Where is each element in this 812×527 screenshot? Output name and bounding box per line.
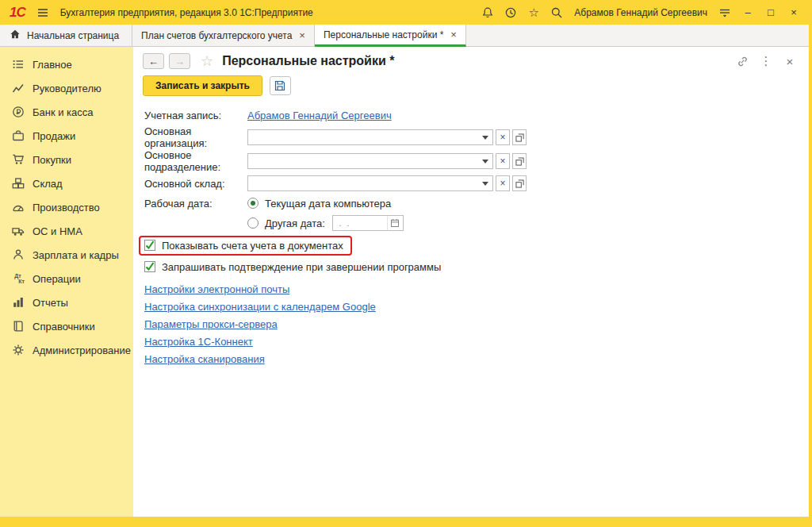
confirm-exit-checkbox-label: Запрашивать подтверждение при завершении…: [162, 261, 441, 273]
annotation-highlight-box: Показывать счета учета в документах: [139, 236, 352, 256]
current-date-radio-label: Текущая дата компьютера: [265, 198, 391, 210]
close-window-button[interactable]: ×: [785, 6, 802, 18]
search-icon[interactable]: [548, 4, 565, 21]
main-area: Главное Руководителю Банк и касса Продаж…: [0, 47, 809, 517]
save-button[interactable]: [270, 76, 291, 95]
notifications-bell-icon[interactable]: [479, 4, 496, 21]
other-date-radio[interactable]: [247, 217, 259, 229]
book-icon: [11, 320, 25, 333]
collapse-panels-icon[interactable]: [716, 4, 733, 21]
department-label: Основное подразделение:: [144, 149, 247, 173]
sidebar-item-main[interactable]: Главное: [0, 52, 133, 76]
sidebar-item-fixed-assets[interactable]: ОС и НМА: [0, 219, 133, 243]
warehouse-dropdown-icon[interactable]: [478, 176, 492, 190]
tab-close-icon[interactable]: ×: [450, 29, 457, 40]
settings-form: Учетная запись: Абрамов Геннадий Сергеев…: [133, 103, 809, 367]
working-date-label: Рабочая дата:: [144, 198, 247, 210]
sidebar-item-reports[interactable]: Отчеты: [0, 290, 133, 314]
sidebar-item-label: Зарплата и кадры: [33, 249, 119, 261]
coin-ruble-icon: [11, 106, 25, 119]
minimize-button[interactable]: –: [739, 6, 756, 18]
sidebar-item-purchases[interactable]: Покупки: [0, 148, 133, 171]
user-menu[interactable]: Абрамов Геннадий Сергеевич: [574, 7, 707, 18]
sidebar-item-label: Отчеты: [33, 297, 68, 309]
warehouse-clear-button[interactable]: ×: [496, 175, 510, 191]
link-email-settings[interactable]: Настройки электронной почты: [144, 283, 289, 295]
link-google-calendar-sync[interactable]: Настройка синхронизации с календарем Goo…: [144, 301, 376, 313]
tab-home[interactable]: Начальная страница: [0, 25, 132, 46]
favorites-star-icon[interactable]: ☆: [525, 4, 542, 21]
gauge-icon: [11, 201, 25, 214]
department-input[interactable]: [248, 155, 478, 167]
other-date-input[interactable]: [333, 217, 387, 229]
current-date-radio[interactable]: [247, 198, 259, 209]
account-link[interactable]: Абрамов Геннадий Сергеевич: [247, 110, 392, 121]
organization-combo: ×: [247, 129, 527, 145]
sidebar-item-bank-cash[interactable]: Банк и касса: [0, 100, 133, 124]
confirm-exit-row: Запрашивать подтверждение при завершении…: [144, 257, 809, 276]
sidebar-item-manager[interactable]: Руководителю: [0, 76, 133, 100]
favorite-star-icon[interactable]: ☆: [201, 54, 213, 68]
tab-personal-settings[interactable]: Персональные настройки * ×: [315, 25, 466, 47]
sidebar-item-label: Банк и касса: [33, 106, 94, 118]
home-tab-label: Начальная страница: [27, 30, 119, 41]
more-menu-icon[interactable]: ⋮: [756, 53, 776, 69]
close-form-icon[interactable]: ×: [780, 53, 799, 69]
debit-credit-icon: ДтКт: [11, 272, 25, 286]
sidebar-item-sales[interactable]: Продажи: [0, 124, 133, 148]
account-label: Учетная запись:: [144, 110, 247, 121]
list-icon: [11, 58, 25, 71]
confirm-exit-checkbox[interactable]: [144, 261, 155, 272]
app-title: Бухгалтерия предприятия, редакция 3.0 1С…: [60, 7, 313, 18]
sidebar-item-warehouse[interactable]: Склад: [0, 171, 133, 195]
show-accounts-row: Показывать счета учета в документах: [144, 233, 809, 257]
organization-label: Основная организация:: [144, 125, 247, 149]
sidebar-item-administration[interactable]: Администрирование: [0, 338, 133, 362]
sidebar-item-label: Руководителю: [33, 83, 102, 94]
other-date-radio-label: Другая дата:: [265, 217, 325, 229]
tab-label: Персональные настройки *: [324, 29, 443, 40]
warehouse-combo: ×: [247, 175, 527, 191]
link-scan-settings[interactable]: Настройка сканирования: [144, 353, 265, 365]
show-accounts-checkbox[interactable]: [144, 240, 155, 251]
sidebar-item-label: Покупки: [33, 154, 71, 166]
sidebar-item-directories[interactable]: Справочники: [0, 314, 133, 338]
tab-chart-of-accounts[interactable]: План счетов бухгалтерского учета ×: [132, 25, 315, 46]
other-date-field: [332, 215, 404, 231]
calendar-icon[interactable]: [387, 216, 403, 230]
department-clear-button[interactable]: ×: [496, 153, 510, 169]
briefcase-icon: [11, 129, 25, 143]
department-dropdown-icon[interactable]: [478, 154, 492, 168]
warehouse-open-button[interactable]: [512, 175, 527, 191]
save-and-close-button[interactable]: Записать и закрыть: [143, 75, 262, 96]
form-personal-settings: ← → ☆ Персональные настройки * ⋮ × Запис…: [133, 47, 809, 517]
cart-icon: [11, 153, 25, 167]
app-window: 1С Бухгалтерия предприятия, редакция 3.0…: [0, 0, 812, 527]
main-menu-icon[interactable]: [34, 4, 52, 21]
organization-open-button[interactable]: [512, 129, 527, 145]
forward-button[interactable]: →: [169, 53, 190, 69]
department-combo: ×: [247, 153, 527, 169]
organization-clear-button[interactable]: ×: [496, 129, 510, 145]
sidebar-item-label: ОС и НМА: [33, 225, 82, 237]
organization-dropdown-icon[interactable]: [478, 130, 492, 144]
warehouse-input[interactable]: [248, 177, 478, 190]
bar-chart-icon: [11, 296, 25, 310]
sidebar-item-operations[interactable]: ДтКт Операции: [0, 267, 133, 290]
back-button[interactable]: ←: [143, 53, 164, 69]
department-open-button[interactable]: [512, 153, 527, 169]
tab-close-icon[interactable]: ×: [299, 29, 305, 41]
sidebar-item-label: Операции: [33, 273, 81, 285]
sidebar-item-salary-hr[interactable]: Зарплата и кадры: [0, 243, 133, 267]
sidebar-item-production[interactable]: Производство: [0, 195, 133, 219]
link-1c-connect-settings[interactable]: Настройка 1С-Коннект: [144, 336, 253, 348]
organization-input[interactable]: [248, 131, 478, 144]
maximize-button[interactable]: □: [762, 6, 779, 18]
department-row: Основное подразделение: ×: [144, 149, 809, 173]
sections-panel: Главное Руководителю Банк и касса Продаж…: [0, 47, 133, 517]
history-icon[interactable]: [502, 4, 519, 21]
gear-icon: [11, 344, 25, 357]
working-date-row: Рабочая дата: Текущая дата компьютера: [144, 194, 809, 213]
get-link-icon[interactable]: [733, 53, 752, 69]
link-proxy-settings[interactable]: Параметры прокси-сервера: [144, 318, 278, 330]
